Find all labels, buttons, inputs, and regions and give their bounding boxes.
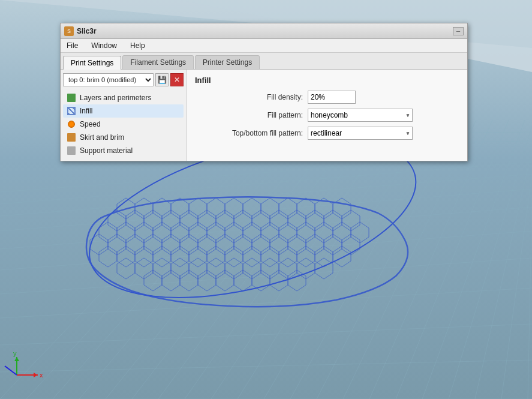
nav-item-layers[interactable]: Layers and perimeters [63,91,184,104]
nav-item-speed[interactable]: Speed [63,118,184,131]
speed-icon [67,119,76,129]
nav-item-infill[interactable]: Infill [63,104,184,118]
menu-bar: File Window Help [61,39,467,53]
right-panel: Infill Fill density: Fill pattern: recti… [187,70,467,161]
tab-filament-settings[interactable]: Filament Settings [122,55,194,69]
minimize-button[interactable]: ─ [453,27,464,35]
top-bottom-select-wrapper: rectilinear concentric ▼ [308,127,413,140]
preset-save-button[interactable]: 💾 [155,73,169,86]
layers-icon [67,93,76,103]
fill-density-row: Fill density: [195,91,459,104]
top-bottom-row: Top/bottom fill pattern: rectilinear con… [195,127,459,140]
tab-bar: Print Settings Filament Settings Printer… [61,53,467,70]
main-content: top 0: brim 0 (modified) 💾 ✕ Layers and … [61,70,467,161]
tab-printer-settings[interactable]: Printer Settings [195,55,260,69]
top-bottom-label: Top/bottom fill pattern: [195,129,303,137]
menu-help[interactable]: Help [127,40,149,51]
top-bottom-select[interactable]: rectilinear concentric [308,127,413,140]
svg-text:y: y [13,350,17,357]
nav-item-skirt[interactable]: Skirt and brim [63,131,184,144]
window-title: Slic3r [77,27,97,35]
title-bar-left: S Slic3r [64,26,97,36]
title-bar: S Slic3r ─ [61,23,467,39]
fill-pattern-row: Fill pattern: rectilinear line concentri… [195,109,459,122]
infill-icon [67,106,76,116]
app-icon: S [64,26,74,36]
support-icon [67,146,76,155]
fill-pattern-label: Fill pattern: [195,111,303,119]
svg-text:x: x [40,371,43,379]
menu-file[interactable]: File [63,40,82,51]
preset-remove-button[interactable]: ✕ [170,73,184,86]
nav-item-support[interactable]: Support material [63,144,184,157]
fill-pattern-select[interactable]: rectilinear line concentric honeycomb 3d… [308,109,413,122]
fill-pattern-select-wrapper: rectilinear line concentric honeycomb 3d… [308,109,413,122]
main-window: S Slic3r ─ File Window Help Print Settin… [60,23,468,161]
left-panel: top 0: brim 0 (modified) 💾 ✕ Layers and … [61,70,187,161]
fill-density-input[interactable] [308,91,356,104]
tab-print-settings[interactable]: Print Settings [63,56,121,70]
skirt-icon [67,133,76,142]
preset-row: top 0: brim 0 (modified) 💾 ✕ [63,73,184,86]
preset-select[interactable]: top 0: brim 0 (modified) [63,73,154,86]
section-title: Infill [195,76,459,85]
menu-window[interactable]: Window [88,40,121,51]
fill-density-label: Fill density: [195,93,303,101]
title-controls: ─ [453,27,464,35]
